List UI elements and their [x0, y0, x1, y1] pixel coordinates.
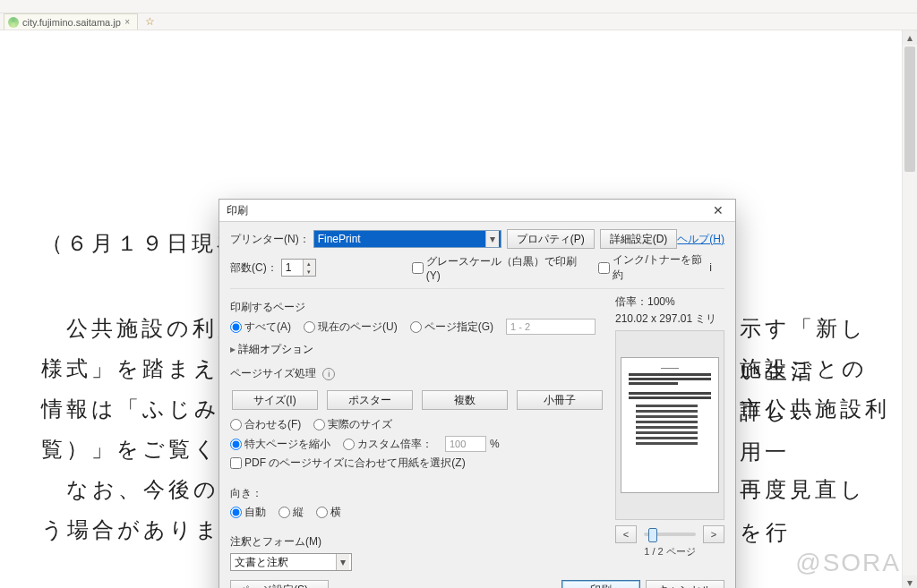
- doc-line-2a: 公共施設の利用: [41, 307, 243, 350]
- scroll-up-icon[interactable]: ▴: [903, 30, 917, 45]
- page-setup-button[interactable]: ページ設定(S)…: [230, 580, 329, 588]
- size-section-title: ページサイズ処理 i: [230, 361, 603, 385]
- page-range-input[interactable]: [506, 319, 596, 335]
- pages-all-radio[interactable]: すべて(A): [230, 320, 291, 335]
- tab-title: city.fujimino.saitama.jp: [22, 17, 121, 28]
- savetoner-checkbox[interactable]: インク/トナーを節約 i: [598, 252, 712, 283]
- browser-tabbar: city.fujimino.saitama.jp × ☆: [0, 13, 917, 30]
- advanced-settings-button[interactable]: 詳細設定(D): [600, 229, 678, 249]
- preview-prev-button[interactable]: <: [615, 525, 637, 543]
- tab-favicon: [8, 17, 19, 28]
- copies-spinner[interactable]: 1 ▴▾: [281, 259, 316, 277]
- scroll-down-icon[interactable]: ▾: [903, 575, 917, 588]
- savetoner-input[interactable]: [598, 262, 610, 274]
- browser-viewport: （６月１９日現在） 公共施設の利用 示す「新しい生活 様式」を踏まえ、 施設ごと…: [0, 30, 917, 588]
- preview-page: ————: [621, 358, 718, 492]
- scale-label: 倍率：100%: [615, 294, 721, 310]
- fit-radio[interactable]: 合わせる(F): [230, 417, 301, 432]
- doc-line-3a: 様式」を踏まえ、: [41, 347, 244, 390]
- seg-size-button[interactable]: サイズ(I): [232, 390, 318, 410]
- copies-value: 1: [286, 261, 292, 274]
- preview-slider[interactable]: [644, 533, 696, 536]
- orient-landscape-radio[interactable]: 横: [316, 505, 341, 520]
- doc-line-4b: 市公共施設利用一: [740, 388, 890, 473]
- custom-radio[interactable]: カスタム倍率：: [343, 437, 433, 452]
- printer-select[interactable]: FinePrint: [313, 230, 501, 248]
- shrink-radio[interactable]: 特大ページを縮小: [230, 437, 330, 452]
- copies-label: 部数(C)：: [230, 260, 278, 276]
- pages-section-title: 印刷するページ: [230, 294, 603, 319]
- pages-range-radio[interactable]: ページ指定(G): [410, 320, 493, 335]
- seg-booklet-button[interactable]: 小冊子: [517, 390, 603, 410]
- doc-line-6b: 再度見直しを行: [740, 468, 890, 554]
- printer-label: プリンター(N)：: [230, 232, 310, 247]
- grayscale-checkbox[interactable]: グレースケール（白黒）で印刷(Y): [412, 254, 587, 282]
- print-button[interactable]: 印刷: [561, 580, 640, 588]
- info-icon[interactable]: i: [322, 368, 335, 380]
- info-icon[interactable]: i: [709, 261, 712, 274]
- orient-portrait-radio[interactable]: 縦: [279, 505, 304, 520]
- doc-line-4a: 情報は「ふじみ野: [41, 388, 245, 430]
- custom-scale-input[interactable]: [445, 436, 486, 452]
- dialog-close-button[interactable]: ✕: [701, 200, 735, 221]
- custom-unit: %: [490, 438, 500, 450]
- printer-value: FinePrint: [318, 233, 361, 245]
- preview-next-button[interactable]: >: [703, 525, 724, 543]
- orientation-title: 向き：: [230, 481, 603, 505]
- annot-title: 注釈とフォーム(M): [230, 529, 603, 553]
- orient-auto-radio[interactable]: 自動: [230, 505, 266, 520]
- tab-close-icon[interactable]: ×: [121, 17, 133, 27]
- browser-tab[interactable]: city.fujimino.saitama.jp ×: [4, 13, 138, 30]
- properties-button[interactable]: プロパティ(P): [507, 229, 595, 249]
- seg-multi-button[interactable]: 複数: [422, 390, 508, 410]
- choose-paper-checkbox[interactable]: PDF のページサイズに合わせて用紙を選択(Z): [230, 456, 466, 471]
- dims-label: 210.02 x 297.01 ミリ: [615, 311, 721, 327]
- doc-line-6a: なお、今後の感: [41, 468, 244, 511]
- annot-value: 文書と注釈: [235, 555, 288, 570]
- dialog-title: 印刷: [227, 203, 248, 218]
- dialog-titlebar[interactable]: 印刷 ✕: [219, 200, 735, 222]
- preview-pagecount: 1 / 2 ページ: [615, 545, 724, 558]
- cancel-button[interactable]: キャンセル: [646, 580, 724, 588]
- actual-radio[interactable]: 実際のサイズ: [313, 417, 392, 432]
- print-preview: ————: [615, 330, 724, 520]
- pages-current-radio[interactable]: 現在のページ(U): [304, 320, 398, 335]
- size-segmented: サイズ(I) ポスター 複数 小冊子: [232, 390, 603, 410]
- scroll-thumb[interactable]: [904, 47, 915, 172]
- newtab-button[interactable]: ☆: [141, 13, 158, 30]
- more-options-toggle[interactable]: 詳細オプション: [230, 338, 603, 361]
- vertical-scrollbar[interactable]: ▴ ▾: [902, 30, 917, 588]
- browser-menubar: [0, 0, 917, 13]
- seg-poster-button[interactable]: ポスター: [327, 390, 413, 410]
- print-dialog: 印刷 ✕ プリンター(N)： FinePrint プロパティ(P) 詳細設定(D…: [219, 199, 736, 588]
- help-link[interactable]: ヘルプ(H): [677, 232, 724, 247]
- watermark: @SORA: [795, 549, 901, 577]
- annot-combo[interactable]: 文書と注釈: [230, 553, 352, 571]
- grayscale-input[interactable]: [412, 262, 424, 274]
